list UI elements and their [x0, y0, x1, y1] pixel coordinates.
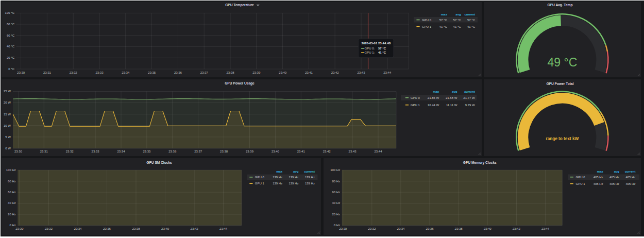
- svg-text:49 °C: 49 °C: [548, 56, 578, 69]
- svg-text:405 Hz: 405 Hz: [609, 176, 619, 179]
- svg-text:23:40: 23:40: [161, 227, 170, 230]
- svg-text:405 Hz: 405 Hz: [625, 182, 635, 185]
- svg-text:GPU Power Usage: GPU Power Usage: [225, 81, 255, 86]
- svg-text:40 °C: 40 °C: [7, 45, 15, 48]
- svg-text:current: current: [625, 170, 636, 173]
- svg-text:405 Hz: 405 Hz: [625, 176, 635, 179]
- svg-text:57 °C: 57 °C: [467, 19, 476, 22]
- svg-text:41 °C: 41 °C: [453, 25, 462, 28]
- svg-text:60 Hz: 60 Hz: [332, 191, 341, 194]
- svg-text:40 Hz: 40 Hz: [8, 201, 16, 205]
- svg-text:range to text kW: range to text kW: [546, 137, 579, 141]
- svg-text:80 Hz: 80 Hz: [332, 180, 341, 183]
- svg-text:80 °C: 80 °C: [7, 23, 15, 26]
- svg-text:139 Hz: 139 Hz: [273, 182, 282, 185]
- svg-text:GPU Temperature: GPU Temperature: [225, 3, 254, 7]
- svg-text:23:31: 23:31: [40, 150, 48, 153]
- svg-text:60 °C: 60 °C: [7, 34, 15, 37]
- svg-text:23:40: 23:40: [484, 227, 492, 230]
- svg-text:current: current: [304, 170, 315, 173]
- svg-text:23:42: 23:42: [513, 227, 521, 230]
- svg-text:GPU Avg. Temp: GPU Avg. Temp: [548, 3, 573, 7]
- svg-text:10 W: 10 W: [4, 124, 11, 127]
- svg-text:23:32: 23:32: [66, 150, 74, 153]
- svg-text:GPU 0: GPU 0: [422, 19, 432, 22]
- svg-text:405 Hz: 405 Hz: [594, 176, 603, 179]
- svg-text:20 °C: 20 °C: [7, 56, 15, 59]
- svg-text:9.79 W: 9.79 W: [465, 104, 475, 107]
- svg-text:20 W: 20 W: [4, 101, 11, 104]
- svg-text:41 °C: 41 °C: [378, 51, 386, 54]
- svg-text:0 W: 0 W: [5, 147, 11, 150]
- svg-text:23:34: 23:34: [74, 227, 82, 230]
- svg-text:max: max: [441, 13, 448, 16]
- svg-text:23:32: 23:32: [45, 227, 53, 230]
- svg-text:20 Hz: 20 Hz: [332, 213, 341, 216]
- svg-text:GPU 0: GPU 0: [411, 96, 420, 99]
- svg-text:23:35: 23:35: [148, 71, 156, 74]
- svg-text:23:33: 23:33: [92, 150, 100, 153]
- svg-text:avg: avg: [614, 170, 620, 173]
- svg-text:23:33: 23:33: [95, 71, 104, 74]
- svg-text:23:30: 23:30: [17, 71, 25, 74]
- svg-text:23:38: 23:38: [226, 71, 234, 74]
- svg-text:21.86 W: 21.86 W: [428, 96, 439, 99]
- svg-text:23:34: 23:34: [117, 150, 125, 153]
- svg-text:23:31: 23:31: [43, 71, 52, 74]
- svg-text:23:44: 23:44: [219, 227, 228, 230]
- svg-text:GPU 1: GPU 1: [255, 182, 265, 185]
- svg-text:GPU Memory Clocks: GPU Memory Clocks: [463, 161, 497, 165]
- svg-text:16.44 W: 16.44 W: [428, 104, 439, 107]
- svg-text:23:30: 23:30: [15, 227, 24, 230]
- svg-text:23:39: 23:39: [246, 150, 254, 153]
- svg-text:15 W: 15 W: [4, 113, 11, 116]
- svg-text:23:40: 23:40: [279, 71, 287, 74]
- svg-text:23:36: 23:36: [426, 227, 434, 230]
- svg-text:41 °C: 41 °C: [467, 25, 476, 28]
- svg-text:5 W: 5 W: [5, 135, 11, 139]
- svg-text:139 Hz: 139 Hz: [289, 182, 298, 185]
- svg-text:23:42: 23:42: [331, 71, 340, 74]
- svg-text:GPU Power Total: GPU Power Total: [546, 82, 573, 86]
- svg-text:60 Hz: 60 Hz: [8, 191, 16, 194]
- svg-text:20 Hz: 20 Hz: [8, 213, 16, 216]
- svg-text:23:38: 23:38: [132, 227, 140, 230]
- svg-text:139 Hz: 139 Hz: [289, 176, 298, 179]
- svg-text:23:43: 23:43: [357, 71, 365, 74]
- svg-text:139 Hz: 139 Hz: [305, 182, 315, 185]
- svg-text:139 Hz: 139 Hz: [305, 176, 315, 179]
- svg-text:57 °C: 57 °C: [453, 19, 462, 22]
- svg-text:max: max: [433, 90, 439, 93]
- svg-text:max: max: [597, 170, 604, 173]
- svg-text:100 Hz: 100 Hz: [330, 168, 340, 172]
- svg-text:23:39: 23:39: [252, 71, 261, 74]
- svg-text:GPU 1: GPU 1: [422, 25, 432, 28]
- svg-text:405 Hz: 405 Hz: [594, 182, 603, 185]
- svg-text:current: current: [464, 13, 475, 16]
- svg-text:21.68 W: 21.68 W: [446, 96, 457, 99]
- svg-text:23:42: 23:42: [323, 150, 331, 153]
- svg-text:23:34: 23:34: [397, 227, 405, 230]
- svg-text:current: current: [464, 90, 475, 93]
- svg-text:avg: avg: [455, 13, 461, 16]
- svg-text:25 W: 25 W: [4, 90, 11, 93]
- svg-text:41 °C: 41 °C: [439, 25, 448, 28]
- svg-text:57 °C: 57 °C: [439, 19, 448, 22]
- svg-text:100 °C: 100 °C: [5, 11, 15, 14]
- svg-text:21.77 W: 21.77 W: [463, 96, 475, 99]
- svg-text:80 Hz: 80 Hz: [8, 180, 16, 183]
- svg-text:23:35: 23:35: [143, 150, 151, 153]
- svg-text:2020-05-01 23:44:48: 2020-05-01 23:44:48: [362, 42, 391, 45]
- svg-text:0 Hz: 0 Hz: [334, 224, 340, 227]
- svg-text:GPU SM Clocks: GPU SM Clocks: [146, 161, 172, 164]
- svg-text:23:37: 23:37: [200, 71, 209, 74]
- svg-text:23:36: 23:36: [103, 227, 111, 230]
- svg-text:23:42: 23:42: [191, 227, 199, 230]
- svg-text:23:30: 23:30: [339, 227, 347, 230]
- svg-text:23:32: 23:32: [70, 71, 78, 74]
- svg-text:23:40: 23:40: [272, 150, 280, 153]
- svg-text:avg: avg: [293, 170, 299, 173]
- svg-text:139 Hz: 139 Hz: [273, 176, 282, 179]
- svg-text:23:36: 23:36: [174, 71, 182, 74]
- svg-text:23:37: 23:37: [194, 150, 202, 153]
